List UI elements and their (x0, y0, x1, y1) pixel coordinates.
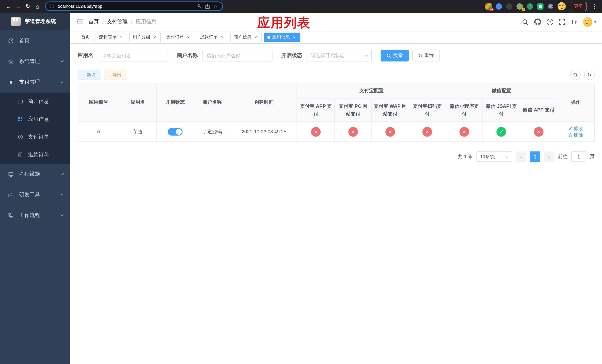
browser-window: ← → ↻ ⌂ ⓘ localhost:1024/pay/app ☆ 10 (0, 0, 602, 364)
tab-flow-form[interactable]: 流程表单 × (96, 32, 127, 42)
github-icon[interactable] (534, 19, 541, 25)
sidebar-item-workflow[interactable]: 工作流程 (0, 205, 70, 226)
sidebar-item-label: 工作流程 (19, 212, 40, 219)
avatar-extension-icon[interactable]: 1 (516, 3, 523, 10)
tab-app-info[interactable]: 应用信息 × (264, 32, 300, 42)
close-icon[interactable]: × (118, 35, 124, 40)
home-icon[interactable]: ⌂ (32, 1, 42, 11)
current-page-button[interactable]: 1 (530, 151, 540, 162)
user-avatar (583, 17, 592, 27)
sidebar-item-payment[interactable]: ¥ 支付管理 (0, 72, 70, 93)
page-title-annotation: 应用列表 (257, 14, 311, 32)
close-icon[interactable]: × (253, 35, 258, 40)
sidebar-item-home[interactable]: 首页 (0, 30, 70, 51)
goto-page-input[interactable] (571, 151, 586, 162)
edit-link[interactable]: 修改 (568, 125, 583, 132)
profile-avatar[interactable] (558, 2, 566, 10)
status-cross-icon: × (423, 127, 432, 137)
total-count: 共 1 条 (458, 153, 473, 160)
bookmark-star-icon[interactable]: ☆ (213, 3, 218, 9)
workflow-icon (8, 213, 14, 218)
search-button[interactable]: 搜索 (381, 50, 409, 62)
breadcrumb-current: 应用信息 (136, 19, 157, 25)
site-info-icon[interactable]: ⓘ (50, 3, 54, 10)
col-header-created: 创建时间 (231, 83, 297, 122)
check-extension-icon[interactable]: ✓ (527, 3, 533, 10)
status-cross-icon: × (460, 127, 469, 137)
tab-home[interactable]: 首页 (78, 32, 93, 42)
blue-extension-icon[interactable] (496, 3, 502, 10)
delete-link[interactable]: 删除 (568, 132, 583, 138)
cell-created: 2021-10-23 08:49:25 (231, 122, 297, 142)
tags-view: 首页 流程表单 × 用户分组 × 支付订单 × 退款订单 × (70, 31, 602, 44)
puzzle-extensions-icon[interactable] (548, 3, 553, 9)
next-page-button[interactable]: › (544, 151, 554, 162)
refresh-table-button[interactable]: ↻ (584, 70, 595, 80)
table-tools: ↻ (570, 70, 595, 80)
caret-down-icon: ▾ (594, 20, 596, 24)
close-icon[interactable]: × (220, 35, 225, 40)
sidebar-item-pay-orders[interactable]: 支付订单 (0, 128, 70, 146)
search-icon[interactable] (522, 19, 528, 25)
yen-icon: ¥ (8, 79, 14, 85)
font-size-icon[interactable]: TT (571, 19, 577, 25)
sidebar-collapse-icon[interactable] (76, 19, 83, 25)
tab-user-group[interactable]: 用户分组 × (129, 32, 161, 42)
gear-icon (8, 59, 14, 64)
adblock-extension-icon[interactable]: 10 (485, 3, 492, 10)
cell-status (156, 122, 194, 142)
close-icon[interactable]: × (186, 35, 191, 40)
sidebar-item-system[interactable]: 系统管理 (0, 51, 70, 72)
dark-extension-icon[interactable] (506, 3, 512, 10)
enabled-toggle[interactable] (168, 128, 183, 135)
tab-refund-orders[interactable]: 退款订单 × (197, 32, 228, 42)
group-header-wechat: 微信配置 (446, 83, 557, 99)
status-select[interactable]: 请选择开启状态 (307, 50, 372, 62)
extension-badge: 1 (522, 8, 525, 11)
merchant-name-input[interactable] (202, 50, 272, 62)
sidebar-item-label: 支付订单 (28, 134, 49, 140)
reload-icon[interactable]: ↻ (23, 1, 32, 11)
sidebar-item-refund-orders[interactable]: 退款订单 (0, 146, 70, 164)
toolbox-icon (8, 192, 14, 198)
app-logo-row[interactable]: 芋道管理系统 (0, 13, 70, 30)
chrome-update-button[interactable]: 更新 (570, 2, 587, 11)
chrome-menu-icon[interactable]: ⋮ (591, 3, 598, 9)
tab-merchant-info[interactable]: 商户信息 × (230, 32, 262, 42)
password-key-icon[interactable] (197, 3, 203, 9)
app-name-label: 应用名 (78, 52, 93, 59)
app-name-input[interactable] (98, 50, 168, 62)
forward-icon[interactable]: → (13, 1, 23, 11)
user-avatar-menu[interactable]: ▾ (583, 17, 596, 27)
page-size-select[interactable]: 10条/页 (476, 151, 512, 162)
share-icon[interactable] (205, 4, 210, 9)
breadcrumb-payment[interactable]: 支付管理 (107, 19, 128, 25)
back-icon[interactable]: ← (4, 1, 13, 11)
reset-button[interactable]: ↻ 重置 (412, 50, 440, 62)
active-dot (267, 36, 270, 39)
col-header-alipay-wap: 支付宝 WAP 网站支付 (372, 99, 409, 122)
toggle-search-button[interactable] (570, 70, 580, 80)
col-header-alipay-app: 支付宝 APP 支付 (297, 99, 335, 122)
url-text[interactable]: localhost:1024/pay/app (57, 4, 194, 9)
add-button[interactable]: + 新增 (78, 70, 100, 80)
sidebar-item-app-info[interactable]: 应用信息 (0, 110, 70, 128)
breadcrumb-home[interactable]: 首页 (88, 19, 99, 25)
search-form: 应用名 商户名称 开启状态 请选择开启状态 搜索 (78, 50, 595, 62)
prev-page-button[interactable]: ‹ (516, 151, 526, 162)
extension-badge: 10 (489, 8, 494, 11)
close-icon[interactable]: × (152, 35, 157, 40)
chat-extension-icon[interactable] (537, 3, 544, 10)
export-button[interactable]: ↓ 导出 (104, 70, 126, 80)
sidebar-item-infra[interactable]: 基础设施 (0, 164, 70, 184)
close-icon[interactable]: × (292, 35, 297, 40)
trash-icon (568, 133, 573, 137)
help-icon[interactable]: ? (547, 19, 553, 25)
chevron-down-icon (61, 213, 64, 216)
fullscreen-icon[interactable] (559, 19, 565, 25)
sidebar-item-label: 应用信息 (28, 116, 49, 123)
tab-pay-orders[interactable]: 支付订单 × (163, 32, 194, 42)
sidebar-item-devtools[interactable]: 研发工具 (0, 184, 70, 205)
sidebar-item-merchant-info[interactable]: 商户信息 (0, 93, 70, 110)
url-bar[interactable]: ⓘ localhost:1024/pay/app ☆ (45, 1, 223, 11)
